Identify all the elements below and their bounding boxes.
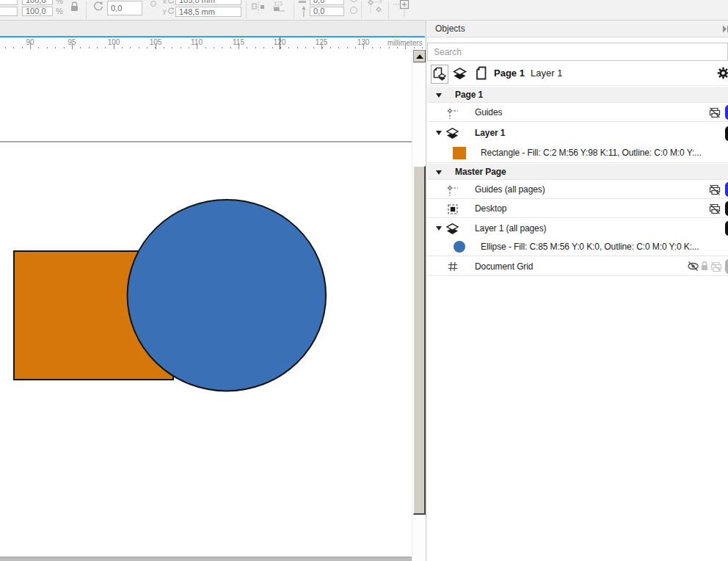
ruler-cursor-position-marker (280, 37, 280, 49)
center-y-arc-icon (167, 7, 175, 15)
up-arrow-icon (416, 54, 423, 59)
ruler-number: 130 (352, 38, 374, 46)
tree-row-page-1[interactable]: Page 1 (427, 87, 728, 103)
desktop-label: Desktop (475, 203, 506, 214)
document-shapes (0, 49, 412, 561)
guides-label: Guides (475, 107, 502, 117)
rectangle-object-label: Rectangle - Fill: C:2 M:56 Y:98 K:11, Ou… (481, 148, 702, 158)
page-layer-view-icon (432, 65, 448, 83)
search-input[interactable] (427, 43, 728, 61)
tree-row-guides-all-pages[interactable]: Guides (all pages) (427, 181, 728, 199)
vertical-scrollbar[interactable] (412, 49, 426, 561)
docker-title: Objects (435, 23, 465, 34)
scale-y-field[interactable]: 100,0 (22, 7, 53, 16)
object-size-height-field[interactable] (0, 7, 18, 16)
scale-x-percent-label: % (56, 0, 63, 5)
current-page-label[interactable]: Page 1 (494, 68, 525, 79)
tree-row-document-grid[interactable]: Document Grid (427, 257, 728, 276)
separator (294, 1, 294, 19)
relative-position-icon[interactable] (393, 0, 411, 17)
layer-color-chip[interactable] (725, 221, 728, 236)
docker-toolbar: Page 1 Layer 1 (427, 62, 728, 86)
ellipse-swatch (454, 241, 465, 253)
current-layer-label[interactable]: Layer 1 (531, 68, 562, 79)
rotation-center-x-field[interactable]: 105,0 mm (175, 0, 241, 5)
toolbar-gap-band (0, 21, 426, 36)
scale-x-field[interactable]: 100,0 (22, 0, 53, 5)
mirror-vertical-icon[interactable] (272, 1, 286, 12)
ruler-unit-label: millimeters (387, 39, 423, 47)
tree-row-desktop[interactable]: Desktop (427, 200, 728, 218)
ellipse-shape[interactable] (128, 200, 327, 391)
visibility-off-icon[interactable] (688, 261, 699, 271)
layer-all-pages-label: Layer 1 (all pages) (475, 223, 547, 234)
layer-color-chip[interactable] (725, 105, 728, 120)
mirror-horizontal-icon[interactable] (252, 1, 265, 12)
center-x-label: x (163, 0, 167, 5)
rotation-angle-icon (92, 1, 104, 12)
app-window: 100,0 100,0 % % 0,0 x y 105,0 mm 148,5 m… (0, 0, 728, 561)
skew-y-field[interactable]: 0,0 (310, 7, 344, 16)
printer-off-icon[interactable] (709, 203, 721, 214)
tree-row-layer-1-all-pages[interactable]: Layer 1 (all pages) (427, 219, 728, 238)
layer-color-chip[interactable] (725, 126, 728, 141)
center-x-arc-icon (167, 0, 175, 4)
layer-color-chip[interactable] (725, 259, 728, 274)
master-page-group-label: Master Page (455, 167, 506, 177)
object-view-button[interactable] (431, 65, 448, 84)
drawing-canvas[interactable] (0, 49, 412, 561)
snap-options-icon[interactable] (366, 0, 384, 18)
objects-docker: Objects (426, 21, 728, 561)
docker-header: Objects (427, 21, 728, 37)
toggle-circle-icon[interactable] (350, 7, 357, 14)
grid-icon (448, 261, 458, 272)
guides-icon (447, 185, 458, 196)
tree-row-guides[interactable]: Guides (427, 104, 728, 122)
collapse-triangle-icon[interactable] (436, 226, 442, 231)
page-group-label: Page 1 (455, 90, 483, 100)
object-size-width-field[interactable] (0, 0, 18, 5)
collapse-triangle-icon[interactable] (436, 131, 442, 135)
ruler-number: 115 (228, 38, 250, 46)
tree-row-ellipse[interactable]: Ellipse - Fill: C:85 M:56 Y:0 K:0, Outli… (427, 238, 728, 256)
skew-x-field[interactable]: 0,0 (310, 0, 344, 5)
scrollbar-thumb[interactable] (413, 166, 426, 515)
tree-row-master-page[interactable]: Master Page (427, 164, 728, 180)
rotation-angle-field[interactable]: 0,0 (107, 1, 142, 15)
guides-all-pages-label: Guides (all pages) (475, 184, 545, 195)
tree-row-layer-1[interactable]: Layer 1 (427, 123, 728, 144)
scrollbar-up-button[interactable] (413, 50, 426, 62)
desktop-icon (448, 204, 458, 214)
rotation-center-marker-icon[interactable] (150, 1, 156, 7)
collapse-docker-icon[interactable] (722, 25, 728, 33)
lock-icon[interactable] (700, 261, 709, 271)
ruler-number: 90 (19, 38, 41, 46)
separator (86, 1, 87, 19)
ruler-number: 110 (186, 38, 208, 46)
layer-icon (446, 128, 459, 140)
gear-icon[interactable] (717, 67, 728, 79)
layers-icon[interactable] (453, 68, 467, 80)
center-y-label: y (163, 7, 167, 15)
rectangle-swatch (453, 147, 466, 159)
collapse-triangle-icon[interactable] (436, 170, 442, 175)
horizontal-ruler[interactable]: 90 95 100 105 110 115 120 125 130 millim… (0, 37, 425, 49)
printer-off-icon[interactable] (709, 184, 721, 195)
scale-y-percent-label: % (56, 7, 63, 15)
printer-off-disabled-icon[interactable] (710, 261, 722, 272)
layer-color-chip[interactable] (725, 201, 728, 216)
ruler-number: 105 (145, 38, 167, 46)
ruler-number: 95 (61, 38, 83, 46)
page-icon[interactable] (476, 66, 487, 81)
rotation-center-y-field[interactable]: 148,5 mm (175, 7, 241, 17)
separator (246, 1, 247, 19)
printer-off-icon[interactable] (709, 107, 721, 118)
horizontal-scrollbar[interactable] (0, 557, 412, 561)
layer-color-chip[interactable] (725, 182, 728, 197)
collapse-triangle-icon[interactable] (436, 93, 442, 98)
ruler-number: 125 (310, 38, 332, 46)
lock-ratio-icon[interactable] (70, 1, 79, 12)
ruler-number: 100 (103, 38, 125, 46)
tree-row-rectangle[interactable]: Rectangle - Fill: C:2 M:56 Y:98 K:11, Ou… (427, 144, 728, 163)
toggle-circle-top-icon[interactable] (350, 0, 357, 2)
